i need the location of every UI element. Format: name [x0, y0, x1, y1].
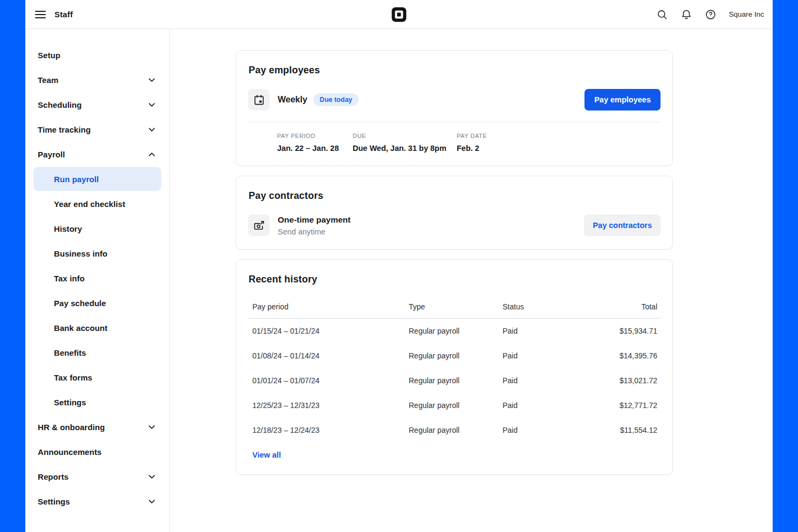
topbar-actions: Square Inc: [656, 8, 764, 21]
column-header-type: Type: [409, 302, 503, 311]
pay-contractors-title: Pay contractors: [248, 190, 661, 202]
table-row[interactable]: 12/18/23 – 12/24/23 Regular payroll Paid…: [248, 418, 661, 443]
sidebar-item-setup[interactable]: Setup: [25, 43, 169, 67]
sidebar-item-tax-info[interactable]: Tax info: [25, 266, 169, 291]
chevron-up-icon: [148, 150, 156, 158]
chevron-down-icon: [148, 126, 156, 134]
app-window: Staff Sq: [25, 0, 773, 532]
pay-date-value: Feb. 2: [457, 144, 487, 153]
due-value: Due Wed, Jan. 31 by 8pm: [353, 144, 457, 153]
sidebar-item-pay-schedule[interactable]: Pay schedule: [25, 291, 169, 315]
table-header-row: Pay period Type Status Total: [248, 297, 661, 318]
table-row[interactable]: 01/01/24 – 01/07/24 Regular payroll Paid…: [248, 368, 661, 393]
page-title: Staff: [54, 10, 73, 19]
pay-period-value: Jan. 22 – Jan. 28: [277, 144, 353, 153]
sidebar-item-reports[interactable]: Reports: [25, 464, 169, 489]
sidebar-item-run-payroll[interactable]: Run payroll: [33, 167, 161, 191]
sidebar-item-benefits[interactable]: Benefits: [25, 340, 169, 365]
main-content: Pay employees Weekly Due today Pay emplo…: [170, 29, 773, 532]
due-today-badge: Due today: [313, 93, 359, 106]
pay-date-label: PAY DATE: [457, 133, 487, 139]
square-logo: [392, 7, 407, 22]
history-table: Pay period Type Status Total 01/15/24 – …: [248, 297, 661, 443]
sidebar-item-tax-forms[interactable]: Tax forms: [25, 365, 169, 390]
table-row[interactable]: 01/08/24 – 01/14/24 Regular payroll Paid…: [248, 343, 661, 368]
pay-employees-button[interactable]: Pay employees: [584, 89, 661, 110]
recent-history-title: Recent history: [248, 274, 661, 285]
column-header-pay-period: Pay period: [252, 302, 409, 311]
column-header-status: Status: [503, 302, 576, 311]
hamburger-menu-icon[interactable]: [34, 8, 47, 21]
chevron-down-icon: [148, 473, 156, 481]
table-row[interactable]: 01/15/24 – 01/21/24 Regular payroll Paid…: [248, 319, 661, 343]
sidebar-item-bank-account[interactable]: Bank account: [25, 315, 169, 340]
table-row[interactable]: 12/25/23 – 12/31/23 Regular payroll Paid…: [248, 393, 661, 418]
pay-employees-card: Pay employees Weekly Due today Pay emplo…: [236, 50, 673, 166]
sidebar-item-history[interactable]: History: [25, 216, 169, 241]
pay-period-label: PAY PERIOD: [277, 133, 353, 139]
chevron-down-icon: [148, 101, 156, 109]
recent-history-card: Recent history Pay period Type Status To…: [236, 259, 673, 475]
search-icon[interactable]: [656, 8, 669, 21]
send-anytime-subtitle: Send anytime: [278, 227, 350, 236]
chevron-down-icon: [148, 423, 156, 431]
sidebar-item-scheduling[interactable]: Scheduling: [25, 92, 169, 117]
sidebar-item-time-tracking[interactable]: Time tracking: [25, 117, 169, 142]
chevron-down-icon: [148, 498, 156, 506]
sidebar-item-team[interactable]: Team: [25, 67, 169, 92]
sidebar-item-hr-onboarding[interactable]: HR & onboarding: [25, 414, 169, 439]
schedule-name: Weekly: [278, 95, 307, 105]
sidebar-item-payroll-settings[interactable]: Settings: [25, 390, 169, 414]
help-icon[interactable]: [704, 8, 717, 21]
one-time-payment-title: One-time payment: [278, 215, 350, 225]
sidebar-item-business-info[interactable]: Business info: [25, 241, 169, 266]
pay-contractors-button[interactable]: Pay contractors: [584, 215, 661, 236]
calendar-icon: [248, 89, 270, 110]
pay-contractors-card: Pay contractors One-time payment Send an…: [236, 176, 673, 250]
sidebar-item-settings[interactable]: Settings: [25, 489, 169, 514]
view-all-link[interactable]: View all: [252, 451, 281, 459]
bell-icon[interactable]: [680, 8, 693, 21]
due-label: DUE: [353, 133, 457, 139]
account-name[interactable]: Square Inc: [729, 10, 764, 18]
sidebar-item-payroll[interactable]: Payroll: [25, 142, 169, 167]
money-send-icon: [248, 215, 270, 236]
sidebar-nav: Setup Team Scheduling Time tracking Payr…: [25, 29, 170, 532]
sidebar-item-year-end-checklist[interactable]: Year end checklist: [25, 191, 169, 216]
top-bar: Staff Sq: [25, 0, 773, 29]
chevron-down-icon: [148, 76, 156, 84]
divider: [248, 122, 661, 122]
column-header-total: Total: [576, 302, 657, 311]
pay-employees-title: Pay employees: [248, 65, 661, 76]
sidebar-item-announcements[interactable]: Announcements: [25, 439, 169, 464]
